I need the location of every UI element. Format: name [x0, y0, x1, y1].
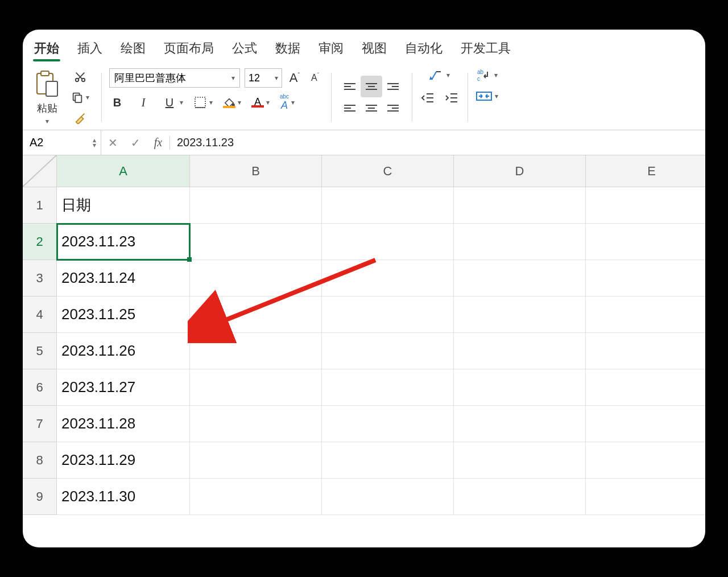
row-header[interactable]: 4 [23, 296, 57, 333]
align-right-button[interactable] [382, 97, 404, 119]
align-left-button[interactable] [339, 97, 361, 119]
cell[interactable] [322, 296, 454, 333]
wrap-text-button[interactable]: ab c ▾ [476, 68, 498, 82]
align-top-button[interactable] [339, 76, 361, 97]
cell[interactable] [586, 187, 705, 224]
column-header[interactable]: B [190, 155, 322, 187]
row-header[interactable]: 1 [23, 187, 57, 224]
row-header[interactable]: 3 [23, 260, 57, 296]
cell[interactable] [454, 442, 586, 479]
cell[interactable] [454, 406, 586, 442]
cell[interactable] [586, 479, 705, 515]
name-box[interactable]: A2 ▴▾ [23, 130, 101, 155]
cell[interactable] [322, 333, 454, 369]
cell[interactable] [322, 479, 454, 515]
cell[interactable] [322, 369, 454, 406]
cell[interactable] [454, 224, 586, 260]
cell[interactable] [190, 187, 322, 224]
tab-review[interactable]: 审阅 [317, 38, 345, 63]
merge-cells-button[interactable]: ▾ [475, 90, 498, 102]
tab-data[interactable]: 数据 [274, 38, 301, 63]
cell[interactable]: 2023.11.24 [57, 260, 190, 296]
row-header[interactable]: 2 [23, 224, 57, 260]
cell[interactable] [586, 333, 705, 369]
font-color-button[interactable]: A ▾ [251, 97, 270, 108]
increase-font-button[interactable]: Aˆ [287, 70, 303, 86]
worksheet[interactable]: ABCDE1日期22023.11.2332023.11.2442023.11.2… [23, 155, 705, 547]
tab-page-layout[interactable]: 页面布局 [163, 38, 215, 63]
orientation-button[interactable]: ▾ [429, 68, 450, 82]
insert-function-button[interactable]: fx [147, 130, 169, 155]
select-all-corner[interactable] [23, 155, 57, 187]
formula-input[interactable]: 2023.11.23 [170, 136, 705, 149]
cell[interactable] [190, 479, 322, 515]
tab-draw[interactable]: 绘图 [119, 38, 147, 63]
tab-insert[interactable]: 插入 [76, 38, 104, 63]
font-size-select[interactable]: 12 ▾ [245, 68, 282, 88]
cell[interactable] [454, 333, 586, 369]
tab-formulas[interactable]: 公式 [231, 38, 258, 63]
row-header[interactable]: 9 [23, 479, 57, 515]
cell[interactable] [190, 406, 322, 442]
italic-button[interactable]: I [135, 94, 151, 110]
cell[interactable] [454, 296, 586, 333]
cell[interactable]: 2023.11.27 [57, 369, 190, 406]
decrease-indent-button[interactable] [420, 90, 436, 106]
cell[interactable] [190, 296, 322, 333]
row-header[interactable]: 5 [23, 333, 57, 369]
font-family-select[interactable]: 阿里巴巴普惠体 ▾ [109, 68, 240, 88]
cut-button[interactable] [67, 68, 93, 85]
cell[interactable]: 2023.11.30 [57, 479, 190, 515]
tab-automate[interactable]: 自动化 [404, 38, 444, 63]
cell[interactable] [322, 442, 454, 479]
cell[interactable]: 2023.11.25 [57, 296, 190, 333]
cell[interactable] [586, 296, 705, 333]
align-bottom-button[interactable] [382, 76, 404, 97]
cell[interactable] [322, 260, 454, 296]
align-center-button[interactable] [361, 97, 382, 119]
confirm-formula-button[interactable]: ✓ [124, 130, 147, 155]
increase-indent-button[interactable] [444, 90, 460, 106]
underline-button[interactable]: U ▾ [162, 94, 183, 110]
cell[interactable] [586, 406, 705, 442]
column-header[interactable]: A [57, 155, 190, 187]
cell[interactable] [190, 333, 322, 369]
decrease-font-button[interactable]: Aˇ [307, 70, 323, 86]
format-painter-button[interactable] [67, 109, 93, 126]
column-header[interactable]: D [454, 155, 586, 187]
fill-color-button[interactable]: ▾ [223, 97, 241, 108]
cell[interactable] [190, 369, 322, 406]
tab-developer[interactable]: 开发工具 [460, 38, 512, 63]
bold-button[interactable]: B [109, 94, 125, 110]
row-header[interactable]: 8 [23, 442, 57, 479]
cell[interactable] [454, 187, 586, 224]
align-middle-button[interactable] [361, 76, 382, 97]
cell[interactable] [454, 260, 586, 296]
column-header[interactable]: C [322, 155, 454, 187]
cell[interactable] [190, 442, 322, 479]
cell[interactable] [322, 224, 454, 260]
cell[interactable] [454, 369, 586, 406]
cancel-formula-button[interactable]: ✕ [101, 130, 124, 155]
cell[interactable] [322, 406, 454, 442]
cell[interactable] [322, 187, 454, 224]
cell[interactable]: 日期 [57, 187, 190, 224]
phonetic-guide-button[interactable]: abc A ▾ [280, 93, 295, 112]
cell[interactable] [190, 224, 322, 260]
row-header[interactable]: 7 [23, 406, 57, 442]
tab-view[interactable]: 视图 [361, 38, 388, 63]
cell[interactable]: 2023.11.26 [57, 333, 190, 369]
cell[interactable]: 2023.11.23 [57, 224, 190, 260]
borders-button[interactable]: ▾ [193, 96, 213, 109]
copy-button[interactable]: ▾ [67, 89, 93, 106]
column-header[interactable]: E [586, 155, 705, 187]
cell[interactable]: 2023.11.28 [57, 406, 190, 442]
paste-button[interactable]: 粘贴 ▾ [34, 69, 64, 125]
cell[interactable]: 2023.11.29 [57, 442, 190, 479]
tab-home[interactable]: 开始 [33, 38, 60, 63]
row-header[interactable]: 6 [23, 369, 57, 406]
cell[interactable] [586, 224, 705, 260]
cell[interactable] [586, 260, 705, 296]
cell[interactable] [586, 442, 705, 479]
cell[interactable] [454, 479, 586, 515]
